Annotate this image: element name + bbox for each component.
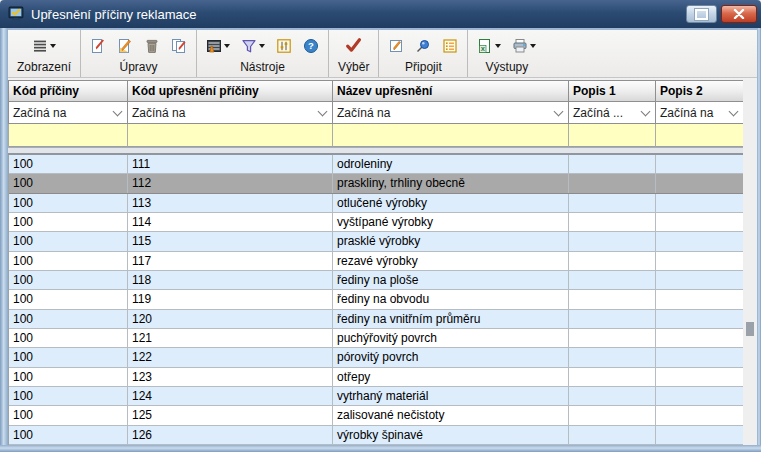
table-row[interactable]: 100124vytrhaný materiál <box>9 387 743 406</box>
grid-separator <box>8 147 743 155</box>
views-icon <box>206 38 222 54</box>
cell-popis-2 <box>656 406 744 424</box>
close-icon <box>733 9 745 19</box>
filter-input-kod-upresneni-priciny[interactable] <box>128 124 333 147</box>
table-row[interactable]: 100119řediny na obvodu <box>9 290 743 309</box>
new-record-button[interactable] <box>90 38 106 54</box>
excel-export-icon: x <box>477 38 493 54</box>
copy-record-button[interactable] <box>171 38 187 54</box>
select-button[interactable] <box>345 37 362 54</box>
dropdown-arrow-icon <box>224 44 230 48</box>
filter-dropdown-kod-upresneni-priciny[interactable]: Začíná na <box>128 102 333 124</box>
column-header-popis-1[interactable]: Popis 1 <box>569 81 656 102</box>
table-header-row: Kód příčiny Kód upřesnění příčiny Název … <box>8 80 743 102</box>
filter-input-kod-priciny[interactable] <box>9 124 128 147</box>
table-row[interactable]: 100114vyštípané výrobky <box>9 213 743 232</box>
table-row[interactable]: 100118řediny na ploše <box>9 271 743 290</box>
cell-kod-upresneni-priciny: 121 <box>128 329 333 347</box>
cell-kod-priciny: 100 <box>9 310 128 328</box>
cell-nazev-upresneni: řediny na vnitřním průměru <box>333 310 569 328</box>
close-button[interactable] <box>721 5 757 23</box>
cell-kod-priciny: 100 <box>9 194 128 212</box>
toolbar-group-vystupy: x Výstupy <box>467 30 545 77</box>
attach-pin-button[interactable] <box>415 38 431 54</box>
toolbar-group-pripojit: Připojit <box>378 30 467 77</box>
cell-nazev-upresneni: vyštípané výrobky <box>333 213 569 231</box>
vertical-scrollbar-thumb[interactable] <box>746 322 754 336</box>
cell-nazev-upresneni: pórovitý povrch <box>333 348 569 366</box>
filter-condition-label: Začíná na <box>660 106 713 120</box>
cell-popis-1 <box>569 252 656 270</box>
toolbar-group-label: Výstupy <box>486 59 529 75</box>
column-header-kod-priciny[interactable]: Kód příčiny <box>9 81 128 102</box>
delete-record-button[interactable] <box>144 38 160 54</box>
cell-kod-priciny: 100 <box>9 368 128 386</box>
filter-input-popis-2[interactable] <box>656 124 744 147</box>
table-row[interactable]: 100126výrobky špinavé <box>9 426 743 445</box>
view-menu-button[interactable] <box>32 38 56 54</box>
cell-popis-2 <box>656 368 744 386</box>
filter-condition-label: Začíná na <box>13 106 66 120</box>
maximize-button[interactable] <box>686 5 717 23</box>
attach-note-button[interactable] <box>388 38 404 54</box>
cell-popis-2 <box>656 310 744 328</box>
table-row[interactable]: 100112praskliny, trhliny obecně <box>9 174 743 193</box>
table-row[interactable]: 100120řediny na vnitřním průměru <box>9 310 743 329</box>
chevron-down-icon <box>318 106 328 116</box>
cell-popis-1 <box>569 155 656 173</box>
edit-record-button[interactable] <box>117 38 133 54</box>
application-monitor-check-icon[interactable] <box>8 6 25 22</box>
attach-checklist-button[interactable] <box>442 38 458 54</box>
column-header-nazev-upresneni[interactable]: Název upřesnění <box>333 81 569 102</box>
cell-kod-upresneni-priciny: 117 <box>128 252 333 270</box>
toolbar-group-upravy: Úpravy <box>80 30 196 77</box>
table-row[interactable]: 100123otřepy <box>9 368 743 387</box>
cell-nazev-upresneni: puchýřovitý povrch <box>333 329 569 347</box>
table-row[interactable]: 100113otlučené výrobky <box>9 194 743 213</box>
cell-kod-priciny: 100 <box>9 155 128 173</box>
settings-button[interactable] <box>276 38 292 54</box>
filter-condition-row: Začíná na Začíná na Začíná na Začíná ...… <box>8 102 743 124</box>
settings-sliders-icon <box>276 38 292 54</box>
cell-kod-upresneni-priciny: 122 <box>128 348 333 366</box>
new-record-icon <box>90 38 106 54</box>
delete-record-icon <box>144 38 160 54</box>
cell-popis-2 <box>656 290 744 308</box>
cell-kod-upresneni-priciny: 123 <box>128 368 333 386</box>
cell-popis-2 <box>656 232 744 250</box>
excel-export-button[interactable]: x <box>477 38 501 54</box>
filter-input-nazev-upresneni[interactable] <box>333 124 569 147</box>
cell-popis-2 <box>656 194 744 212</box>
filter-dropdown-kod-priciny[interactable]: Začíná na <box>9 102 128 124</box>
print-button[interactable] <box>512 38 536 54</box>
filter-dropdown-popis-2[interactable]: Začíná na <box>656 102 744 124</box>
filter-dropdown-nazev-upresneni[interactable]: Začíná na <box>333 102 569 124</box>
column-header-popis-2[interactable]: Popis 2 <box>656 81 744 102</box>
cell-popis-1 <box>569 368 656 386</box>
cell-kod-upresneni-priciny: 113 <box>128 194 333 212</box>
filter-input-popis-1[interactable] <box>569 124 656 147</box>
column-header-kod-upresneni-priciny[interactable]: Kód upřesnění příčiny <box>128 81 333 102</box>
table-row[interactable]: 100111odroleniny <box>9 155 743 174</box>
table-row[interactable]: 100122pórovitý povrch <box>9 348 743 367</box>
table-row[interactable]: 100125zalisované nečistoty <box>9 406 743 425</box>
cell-kod-priciny: 100 <box>9 174 128 192</box>
cell-nazev-upresneni: řediny na ploše <box>333 271 569 289</box>
table-row[interactable]: 100115prasklé výrobky <box>9 232 743 251</box>
filter-dropdown-popis-1[interactable]: Začíná ... <box>569 102 656 124</box>
cell-kod-priciny: 100 <box>9 213 128 231</box>
cell-kod-upresneni-priciny: 124 <box>128 387 333 405</box>
vertical-scrollbar[interactable] <box>743 80 757 445</box>
views-button[interactable] <box>206 38 230 54</box>
help-button[interactable]: ? <box>303 38 319 54</box>
cell-nazev-upresneni: otlučené výrobky <box>333 194 569 212</box>
maximize-icon <box>695 9 708 20</box>
toolbar-group-label: Úpravy <box>120 59 158 75</box>
toolbar-group-nastroje: ? Nástroje <box>196 30 328 77</box>
filter-condition-label: Začíná ... <box>573 106 623 120</box>
table-row[interactable]: 100121puchýřovitý povrch <box>9 329 743 348</box>
filter-button[interactable] <box>241 38 265 54</box>
table-row[interactable]: 100117rezavé výrobky <box>9 252 743 271</box>
filter-condition-label: Začíná na <box>337 106 390 120</box>
toolbar: Zobrazení <box>0 28 761 78</box>
